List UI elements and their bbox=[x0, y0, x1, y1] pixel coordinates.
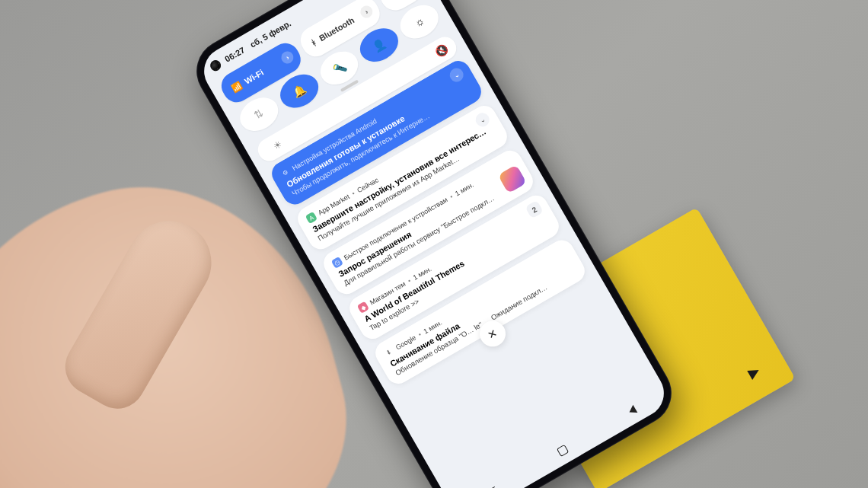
flashlight-icon: 🔦 bbox=[330, 59, 348, 76]
wifi-icon: 📶 bbox=[229, 80, 244, 94]
close-icon: ✕ bbox=[486, 326, 499, 341]
qs-wifi-label: Wi-Fi bbox=[243, 68, 265, 86]
mute-icon[interactable]: 🔇 bbox=[432, 42, 450, 59]
person-icon: 👤 bbox=[371, 37, 388, 53]
chevron-right-icon[interactable]: › bbox=[358, 4, 375, 21]
status-time: 06:27 bbox=[223, 45, 246, 63]
qs-bluetooth-label: Bluetooth bbox=[318, 15, 356, 43]
arrows-icon: ⇅ bbox=[252, 107, 266, 122]
nav-home[interactable] bbox=[556, 445, 568, 457]
nav-back[interactable] bbox=[627, 405, 637, 416]
chevron-right-icon[interactable]: › bbox=[279, 49, 296, 66]
sun-icon: ☀ bbox=[271, 139, 284, 152]
bluetooth-icon: ᚼ bbox=[309, 37, 318, 48]
brightness-icon: ☼ bbox=[412, 14, 426, 29]
bell-icon: 🔔 bbox=[290, 83, 308, 100]
